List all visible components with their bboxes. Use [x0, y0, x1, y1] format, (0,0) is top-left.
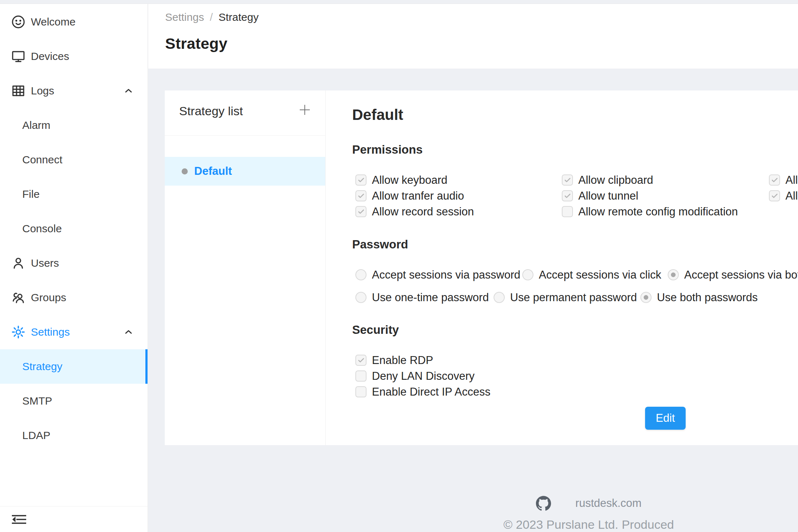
sidebar-item-label: Devices — [31, 50, 69, 62]
page-footer: rustdesk.com © 2023 Purslane Ltd. Produc… — [481, 495, 696, 532]
sidebar-item-label: Alarm — [22, 119, 50, 131]
sidebar-item-label: Console — [22, 223, 62, 235]
sidebar-item-label: SMTP — [22, 395, 52, 407]
security-row: Enable Direct IP Access — [355, 386, 490, 397]
detail-title: Default — [352, 106, 403, 123]
sidebar: Welcome Devices Logs Alarm Connect File — [0, 4, 148, 532]
monitor-icon — [10, 48, 27, 65]
group-icon — [10, 289, 27, 306]
permission-row: Allow record session — [355, 206, 474, 217]
strategy-list-header: Strategy list — [165, 90, 325, 136]
sidebar-item-devices[interactable]: Devices — [0, 39, 148, 74]
sidebar-item-label: Users — [31, 257, 59, 269]
radio-accept-sessions-via-both[interactable] — [668, 269, 679, 280]
sidebar-item-strategy[interactable]: Strategy — [0, 349, 148, 384]
sidebar-item-label: LDAP — [22, 429, 50, 442]
user-icon — [10, 255, 27, 271]
sidebar-item-ldap[interactable]: LDAP — [0, 418, 148, 453]
copyright-text: © 2023 Purslane Ltd. Produced — [481, 518, 696, 532]
permission-row: All — [769, 174, 798, 186]
checkbox-truncated-1[interactable] — [769, 174, 780, 186]
checkbox-truncated-2[interactable] — [769, 190, 780, 201]
checkbox-label: All — [785, 190, 798, 202]
radio-use-permanent-password[interactable] — [494, 292, 505, 303]
checkbox-label: Deny LAN Discovery — [372, 370, 475, 383]
sidebar-item-users[interactable]: Users — [0, 246, 148, 280]
radio-label: Accept sessions via password — [372, 269, 521, 281]
radio-label: Use both passwords — [657, 291, 758, 304]
checkbox-label: Allow record session — [372, 205, 474, 218]
radio-accept-sessions-via-click[interactable] — [522, 269, 533, 280]
sidebar-item-label: Welcome — [31, 16, 75, 28]
checkbox-enable-direct-ip-access[interactable] — [355, 386, 367, 397]
sidebar-item-alarm[interactable]: Alarm — [0, 108, 148, 143]
password-heading: Password — [352, 238, 408, 251]
permission-row: All — [769, 190, 798, 201]
permission-row: Allow keyboard — [355, 174, 474, 186]
sidebar-footer — [0, 506, 148, 532]
edit-button[interactable]: Edit — [645, 407, 686, 430]
checkbox-deny-lan-discovery[interactable] — [355, 370, 367, 382]
radio-label: Use one-time password — [372, 291, 489, 304]
page-header: Settings / Strategy Strategy — [148, 4, 798, 69]
checkbox-allow-keyboard[interactable] — [355, 174, 367, 186]
radio-label: Accept sessions via click — [539, 269, 661, 281]
rustdesk-link[interactable]: rustdesk.com — [575, 497, 641, 510]
checkbox-allow-tunnel[interactable] — [562, 190, 573, 201]
smiley-icon — [10, 14, 27, 30]
sidebar-item-settings[interactable]: Settings — [0, 315, 148, 349]
checkbox-allow-record-session[interactable] — [355, 206, 367, 217]
radio-option: Use one-time password — [355, 292, 489, 303]
checkbox-allow-remote-config-modification[interactable] — [562, 206, 573, 217]
chevron-up-icon — [123, 85, 134, 96]
sidebar-item-label: Groups — [31, 291, 66, 304]
strategy-list-title: Strategy list — [179, 104, 243, 118]
breadcrumb: Settings / Strategy — [165, 11, 258, 23]
radio-option: Use both passwords — [640, 292, 758, 303]
radio-option: Use permanent password — [494, 292, 637, 303]
security-row: Deny LAN Discovery — [355, 370, 490, 382]
checkbox-label: Allow tunnel — [578, 190, 638, 202]
chevron-up-icon — [123, 327, 134, 337]
checkbox-label: Allow clipboard — [578, 174, 653, 187]
breadcrumb-strategy: Strategy — [219, 11, 259, 23]
radio-use-both-passwords[interactable] — [640, 292, 652, 303]
checkbox-label: Enable Direct IP Access — [372, 386, 490, 398]
sidebar-item-groups[interactable]: Groups — [0, 280, 148, 315]
sidebar-item-logs[interactable]: Logs — [0, 74, 148, 108]
permission-row: Allow tranfer audio — [355, 190, 474, 201]
checkbox-label: Allow remote config modification — [578, 205, 738, 218]
permission-row: Allow tunnel — [562, 190, 738, 201]
sidebar-item-connect[interactable]: Connect — [0, 143, 148, 177]
radio-accept-sessions-via-password[interactable] — [355, 269, 367, 280]
page-title: Strategy — [165, 35, 228, 52]
sidebar-item-welcome[interactable]: Welcome — [0, 5, 148, 39]
sidebar-item-label: Connect — [22, 154, 62, 166]
menu-fold-icon[interactable] — [11, 512, 27, 527]
checkbox-label: All — [785, 174, 798, 187]
permissions-column-3: All All — [769, 174, 798, 201]
sidebar-item-smtp[interactable]: SMTP — [0, 384, 148, 418]
sidebar-item-label: Logs — [31, 85, 54, 97]
add-strategy-button[interactable] — [296, 101, 313, 118]
permission-row: Allow clipboard — [562, 174, 738, 186]
breadcrumb-settings[interactable]: Settings — [165, 11, 204, 23]
plus-icon — [298, 103, 312, 117]
checkbox-allow-clipboard[interactable] — [562, 174, 573, 186]
radio-option: Accept sessions via password — [355, 269, 521, 280]
sidebar-item-console[interactable]: Console — [0, 211, 148, 246]
permission-row: Allow remote config modification — [562, 206, 738, 217]
checkbox-enable-rdp[interactable] — [355, 355, 367, 366]
github-icon[interactable] — [536, 496, 551, 511]
security-row: Enable RDP — [355, 355, 490, 366]
sidebar-item-label: File — [22, 188, 39, 200]
strategy-name: Default — [194, 165, 232, 178]
gear-icon — [10, 324, 27, 340]
radio-use-one-time-password[interactable] — [355, 292, 367, 303]
checkbox-allow-transfer-audio[interactable] — [355, 190, 367, 201]
strategy-list-item-default[interactable]: Default — [165, 157, 325, 186]
permissions-column-1: Allow keyboard Allow tranfer audio Allow… — [355, 174, 474, 217]
breadcrumb-separator: / — [210, 11, 213, 23]
sidebar-item-file[interactable]: File — [0, 177, 148, 211]
permissions-heading: Permissions — [352, 143, 423, 157]
